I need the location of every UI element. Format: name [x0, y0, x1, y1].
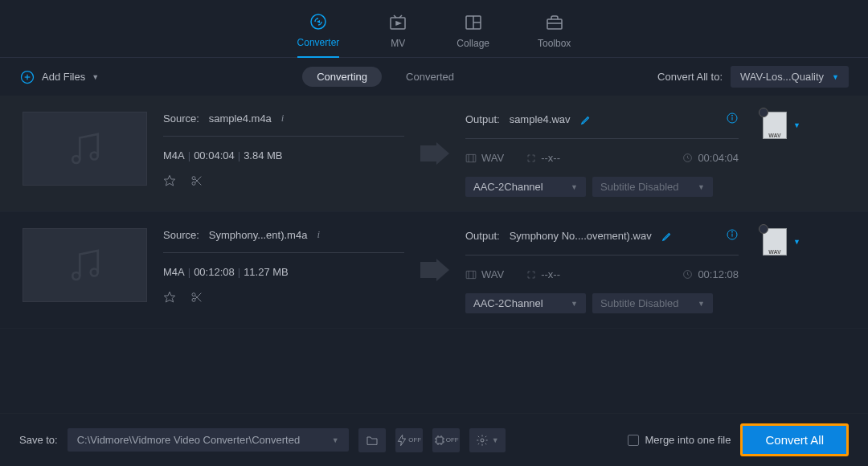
star-icon[interactable] — [163, 291, 176, 304]
svg-line-18 — [195, 177, 201, 182]
convert-all-button[interactable]: Convert All — [743, 426, 846, 454]
svg-rect-7 — [547, 19, 562, 29]
info-circle-icon[interactable] — [726, 112, 739, 127]
save-to-label: Save to: — [19, 434, 58, 446]
src-duration: 00:04:04 — [194, 149, 235, 161]
video-icon — [465, 153, 477, 163]
convert-all-to-label: Convert All to: — [657, 71, 723, 83]
chevron-down-icon: ▼ — [571, 183, 578, 191]
star-icon[interactable] — [163, 174, 176, 187]
thumbnail[interactable] — [23, 228, 147, 302]
tab-converting[interactable]: Converting — [302, 67, 382, 87]
toolbox-icon — [544, 12, 565, 33]
format-thumbnail[interactable]: WAV — [763, 228, 787, 255]
source-label: Source: — [163, 229, 199, 241]
top-nav: Converter MV Collage Toolbox — [0, 0, 868, 58]
add-files-button[interactable]: Add Files ▼ — [19, 69, 99, 85]
tab-label: Converter — [297, 37, 340, 48]
video-icon — [465, 270, 477, 280]
svg-line-33 — [195, 293, 201, 299]
output-column: Output: sample4.wav WAV --x-- 00:04:04 A… — [465, 112, 739, 197]
hw-accel-button[interactable]: OFF — [395, 428, 423, 452]
thumbnail[interactable] — [23, 112, 147, 186]
output-label: Output: — [465, 113, 500, 125]
converted-label: Converted — [406, 71, 454, 83]
output-column: Output: Symphony No....ovement).wav WAV … — [465, 228, 739, 313]
source-filename: Symphony...ent).m4a — [209, 229, 308, 241]
svg-marker-29 — [164, 292, 174, 302]
plus-circle-icon — [19, 69, 35, 85]
convert-all-preset-select[interactable]: WAV-Los...Quality ▼ — [731, 66, 849, 88]
tab-mv[interactable]: MV — [387, 12, 408, 57]
chevron-down-icon: ▼ — [571, 300, 578, 308]
tab-label: Collage — [457, 38, 489, 49]
scissors-icon[interactable] — [190, 174, 203, 187]
source-filename: sample4.m4a — [209, 112, 272, 125]
svg-point-27 — [72, 272, 80, 280]
info-icon[interactable]: i — [317, 228, 320, 241]
file-list: Source: sample4.m4a i M4A|00:04:04|3.84 … — [0, 96, 868, 413]
output-filename: sample4.wav — [510, 113, 571, 125]
save-path-value: C:\Vidmore\Vidmore Video Converter\Conve… — [77, 434, 300, 446]
audio-select[interactable]: AAC-2Channel▼ — [465, 177, 586, 197]
out-format: WAV — [481, 268, 504, 280]
source-column: Source: sample4.m4a i M4A|00:04:04|3.84 … — [163, 112, 404, 187]
svg-rect-38 — [466, 271, 476, 278]
clock-icon — [682, 269, 693, 280]
add-files-label: Add Files — [42, 71, 85, 83]
edit-icon[interactable] — [580, 114, 592, 125]
divider — [465, 255, 739, 255]
subtitle-select[interactable]: Subtitle Disabled▼ — [592, 177, 713, 197]
output-filename: Symphony No....ovement).wav — [510, 230, 652, 242]
save-path-select[interactable]: C:\Vidmore\Vidmore Video Converter\Conve… — [68, 428, 349, 452]
chevron-down-icon[interactable]: ▼ — [793, 121, 800, 129]
open-folder-button[interactable] — [358, 428, 386, 452]
audio-value: AAC-2Channel — [473, 297, 543, 309]
format-thumbnail[interactable]: WAV — [763, 112, 787, 139]
settings-button[interactable]: ▼ — [469, 428, 506, 452]
tab-converted[interactable]: Converted — [406, 71, 454, 83]
svg-line-32 — [195, 296, 201, 301]
tab-collage[interactable]: Collage — [457, 12, 489, 57]
expand-icon — [526, 153, 536, 163]
svg-marker-34 — [420, 259, 449, 281]
svg-point-15 — [192, 177, 195, 180]
out-resolution: --x-- — [541, 152, 560, 164]
gear-icon — [476, 434, 489, 447]
chevron-down-icon: ▼ — [698, 300, 705, 308]
chip-icon — [433, 434, 446, 447]
bottom-bar: Save to: C:\Vidmore\Vidmore Video Conver… — [0, 413, 868, 466]
tab-converter[interactable]: Converter — [297, 11, 340, 58]
merge-checkbox[interactable]: Merge into one file — [628, 434, 731, 446]
subtitle-select[interactable]: Subtitle Disabled▼ — [592, 293, 713, 313]
svg-point-28 — [90, 269, 97, 276]
subtitle-value: Subtitle Disabled — [600, 181, 679, 193]
chevron-down-icon: ▼ — [832, 73, 839, 81]
divider — [163, 252, 404, 253]
arrow-icon — [420, 142, 449, 167]
svg-marker-14 — [164, 175, 174, 186]
tab-label: MV — [391, 38, 405, 49]
svg-marker-1 — [317, 20, 320, 23]
info-circle-icon[interactable] — [726, 228, 739, 243]
tab-label: Toolbox — [538, 38, 571, 49]
edit-icon[interactable] — [661, 231, 673, 242]
svg-rect-42 — [436, 437, 443, 444]
svg-point-51 — [481, 439, 484, 442]
tab-toolbox[interactable]: Toolbox — [538, 12, 571, 57]
info-icon[interactable]: i — [281, 112, 285, 125]
divider — [163, 136, 404, 137]
chevron-down-icon[interactable]: ▼ — [793, 238, 800, 246]
file-row: Source: sample4.m4a i M4A|00:04:04|3.84 … — [0, 96, 868, 212]
scissors-icon[interactable] — [190, 291, 203, 304]
preset-value: WAV-Los...Quality — [740, 71, 824, 83]
output-label: Output: — [465, 230, 500, 242]
audio-select[interactable]: AAC-2Channel▼ — [465, 293, 586, 313]
converter-icon — [308, 11, 329, 32]
svg-point-12 — [72, 156, 80, 163]
convert-all-wrap: Convert All — [740, 423, 849, 456]
gpu-button[interactable]: OFF — [432, 428, 460, 452]
svg-point-13 — [90, 153, 97, 160]
src-size: 11.27 MB — [244, 266, 289, 278]
format-column: WAV ▼ — [763, 112, 800, 139]
